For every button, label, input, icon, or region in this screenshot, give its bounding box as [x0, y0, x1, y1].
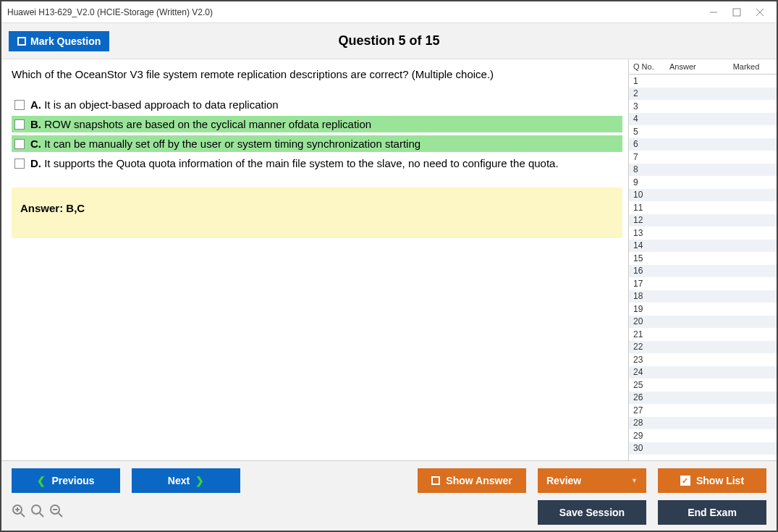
- end-exam-button[interactable]: End Exam: [658, 500, 766, 525]
- question-row[interactable]: 19: [629, 303, 777, 316]
- option-label: D. It supports the Quota quota informati…: [30, 157, 559, 169]
- row-qno: 7: [629, 152, 665, 162]
- question-row[interactable]: 8: [629, 164, 777, 177]
- chevron-right-icon: ❯: [195, 475, 204, 486]
- checkbox-icon[interactable]: [14, 119, 25, 130]
- question-row[interactable]: 30: [629, 442, 777, 455]
- window-title: Huawei H13-629_V2.0 (HCIE-Storage (Writt…: [7, 7, 709, 17]
- mark-question-button[interactable]: Mark Question: [9, 31, 109, 51]
- zoom-out-icon[interactable]: [49, 504, 64, 522]
- option-label: A. It is an object-based approach to dat…: [30, 98, 279, 111]
- question-row[interactable]: 11: [629, 201, 777, 214]
- zoom-in-icon[interactable]: [12, 504, 26, 522]
- row-qno: 29: [629, 431, 665, 441]
- question-counter: Question 5 of 15: [338, 33, 439, 48]
- question-row[interactable]: 13: [629, 227, 777, 240]
- option-label: C. It can be manually set off by the use…: [30, 138, 420, 150]
- close-icon[interactable]: [755, 7, 765, 17]
- row-qno: 5: [629, 127, 665, 137]
- button-row-1: ❮ Previous Next ❯ Show Answer Review ▼ ✓…: [12, 468, 766, 493]
- row-qno: 18: [629, 291, 665, 301]
- row-qno: 30: [629, 443, 665, 453]
- svg-line-5: [21, 513, 25, 517]
- question-row[interactable]: 15: [629, 252, 777, 265]
- question-row[interactable]: 20: [629, 316, 777, 329]
- row-qno: 27: [629, 405, 665, 415]
- row-qno: 3: [629, 101, 665, 111]
- question-row[interactable]: 23: [629, 353, 777, 366]
- row-qno: 8: [629, 164, 665, 174]
- option-b[interactable]: B. ROW snapshots are based on the cyclic…: [12, 116, 622, 132]
- question-row[interactable]: 5: [629, 125, 777, 138]
- button-row-2: Save Session End Exam: [12, 500, 766, 525]
- option-a[interactable]: A. It is an object-based approach to dat…: [12, 96, 622, 113]
- row-qno: 24: [629, 367, 665, 377]
- question-row[interactable]: 12: [629, 214, 777, 227]
- checkbox-icon: [431, 476, 440, 485]
- row-qno: 12: [629, 215, 665, 225]
- question-row[interactable]: 9: [629, 176, 777, 189]
- question-row[interactable]: 6: [629, 138, 777, 151]
- row-qno: 17: [629, 279, 665, 289]
- row-qno: 14: [629, 240, 665, 250]
- question-row[interactable]: 1: [629, 75, 777, 88]
- show-list-button[interactable]: ✓ Show List: [658, 468, 766, 493]
- row-qno: 21: [629, 329, 665, 339]
- window-controls: [709, 7, 771, 17]
- row-qno: 22: [629, 342, 665, 352]
- question-row[interactable]: 22: [629, 341, 777, 354]
- dropdown-icon: ▼: [631, 477, 638, 484]
- row-qno: 23: [629, 355, 665, 365]
- row-qno: 16: [629, 266, 665, 276]
- end-exam-label: End Exam: [688, 507, 737, 518]
- show-answer-button[interactable]: Show Answer: [418, 468, 526, 493]
- options-list: A. It is an object-based approach to dat…: [12, 96, 622, 172]
- next-label: Next: [168, 475, 190, 486]
- body-area: Which of the OceanStor V3 file system re…: [1, 59, 777, 460]
- row-qno: 11: [629, 203, 665, 213]
- question-row[interactable]: 17: [629, 277, 777, 290]
- question-row[interactable]: 3: [629, 100, 777, 113]
- save-session-button[interactable]: Save Session: [538, 500, 646, 525]
- question-row[interactable]: 24: [629, 366, 777, 379]
- previous-button[interactable]: ❮ Previous: [12, 468, 120, 493]
- previous-label: Previous: [51, 475, 94, 486]
- question-row[interactable]: 18: [629, 290, 777, 303]
- question-row[interactable]: 29: [629, 429, 777, 442]
- row-qno: 13: [629, 228, 665, 238]
- option-d[interactable]: D. It supports the Quota quota informati…: [12, 155, 622, 172]
- question-row[interactable]: 14: [629, 240, 777, 253]
- minimize-icon[interactable]: [709, 7, 719, 17]
- question-row[interactable]: 4: [629, 113, 777, 126]
- header-qno: Q No.: [629, 59, 665, 74]
- checkbox-icon[interactable]: [14, 159, 25, 169]
- question-row[interactable]: 7: [629, 151, 777, 164]
- next-button[interactable]: Next ❯: [132, 468, 240, 493]
- maximize-icon[interactable]: [732, 7, 742, 17]
- question-row[interactable]: 21: [629, 328, 777, 341]
- zoom-controls: [12, 504, 64, 522]
- app-window: Huawei H13-629_V2.0 (HCIE-Storage (Writt…: [0, 0, 778, 532]
- show-answer-label: Show Answer: [446, 475, 512, 486]
- review-button[interactable]: Review ▼: [538, 468, 646, 493]
- svg-rect-1: [733, 9, 740, 16]
- topbar: Mark Question Question 5 of 15: [1, 23, 777, 59]
- option-c[interactable]: C. It can be manually set off by the use…: [12, 135, 622, 152]
- row-qno: 2: [629, 88, 665, 98]
- question-row[interactable]: 2: [629, 88, 777, 101]
- question-row[interactable]: 26: [629, 392, 777, 405]
- row-qno: 26: [629, 392, 665, 402]
- answer-box: Answer: B,C: [12, 187, 622, 238]
- question-row[interactable]: 27: [629, 404, 777, 417]
- question-list-panel: Q No. Answer Marked 12345678910111213141…: [628, 59, 777, 460]
- question-row[interactable]: 10: [629, 189, 777, 202]
- main-panel: Which of the OceanStor V3 file system re…: [1, 59, 628, 460]
- checkbox-icon[interactable]: [14, 100, 25, 110]
- question-row[interactable]: 25: [629, 379, 777, 392]
- question-row[interactable]: 16: [629, 265, 777, 278]
- option-label: B. ROW snapshots are based on the cyclic…: [30, 118, 371, 130]
- checkbox-icon[interactable]: [14, 139, 25, 149]
- zoom-reset-icon[interactable]: [30, 504, 45, 522]
- question-list-body[interactable]: 1234567891011121314151617181920212223242…: [629, 75, 777, 460]
- question-row[interactable]: 28: [629, 417, 777, 430]
